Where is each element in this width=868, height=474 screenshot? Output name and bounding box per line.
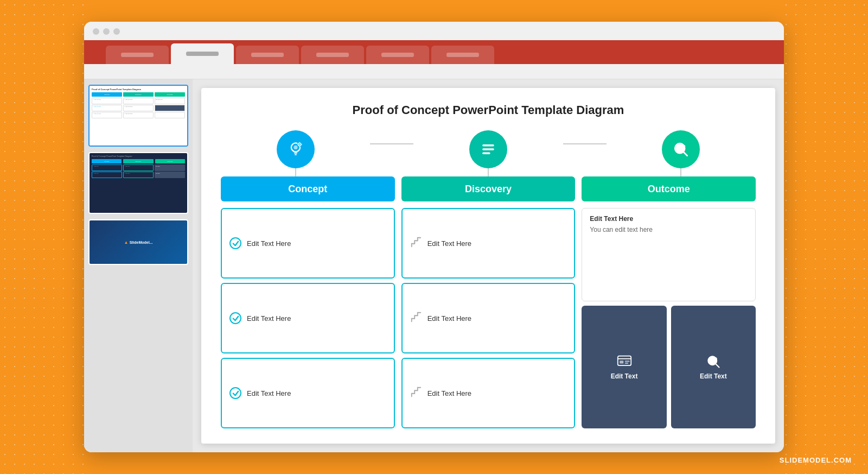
concept-item-1[interactable]: Edit Text Here [221, 208, 395, 279]
slide-thumb-2[interactable]: Proof of Concept PowerPoint Template Dia… [88, 152, 188, 214]
stairs-icon-1 [410, 236, 422, 250]
browser-chrome [84, 22, 784, 40]
svg-rect-18 [620, 361, 623, 363]
slide-canvas: Proof of Concept PowerPoint Template Dia… [193, 79, 784, 452]
discovery-col: Edit Text Here Edit Text Here [401, 208, 576, 428]
check-icon-2 [229, 312, 241, 324]
check-icon-1 [229, 237, 241, 249]
concept-v-line [295, 168, 296, 176]
content-rows: Edit Text Here Edit Text Here [221, 208, 756, 428]
svg-line-22 [715, 364, 719, 368]
ppt-tab-5[interactable] [366, 46, 429, 64]
svg-rect-11 [482, 152, 490, 154]
concept-col: Edit Text Here Edit Text Here [221, 208, 395, 428]
ppt-tab-4[interactable] [301, 46, 364, 64]
ppt-tab-3[interactable] [236, 46, 299, 64]
slidemodel-logo-thumb: ▲ SlideModel... [124, 240, 153, 245]
ppt-tab-6[interactable] [431, 46, 494, 64]
slide-thumb-3[interactable]: ▲ SlideModel... [88, 219, 188, 265]
discovery-header: Discovery [401, 176, 576, 201]
svg-rect-9 [482, 144, 494, 147]
svg-point-4 [299, 144, 300, 145]
slide-panel: Proof of Concept PowerPoint Template Dia… [84, 79, 193, 452]
dot-red [93, 28, 99, 35]
svg-rect-10 [482, 148, 494, 150]
outcome-v-line [680, 168, 681, 176]
outcome-header: Outcome [582, 176, 756, 201]
ppt-ribbon [84, 64, 784, 79]
ppt-tab-1[interactable] [106, 46, 169, 64]
concept-icon-circle [277, 130, 315, 168]
discovery-item-1[interactable]: Edit Text Here [401, 208, 576, 279]
concept-item-3[interactable]: Edit Text Here [221, 358, 395, 428]
browser-window: Proof of Concept PowerPoint Template Dia… [84, 22, 784, 452]
outcome-dark-cell-2[interactable]: Edit Text [671, 306, 756, 428]
svg-point-15 [682, 145, 685, 148]
outcome-col: Edit Text Here You can edit text here [582, 208, 756, 428]
branding-text: SLIDEMODEL.COM [780, 456, 852, 464]
ppt-tab-2[interactable] [171, 43, 234, 64]
svg-point-24 [714, 358, 717, 360]
stairs-icon-2 [410, 311, 422, 325]
slide-title: Proof of Concept PowerPoint Template Dia… [221, 103, 756, 117]
svg-rect-20 [624, 363, 628, 364]
discovery-item-2[interactable]: Edit Text Here [401, 283, 576, 353]
outcome-dark-cell-1[interactable]: Edit Text [582, 306, 666, 428]
diagram-container: Concept Discovery Outcome [221, 130, 756, 428]
discovery-item-3[interactable]: Edit Text Here [401, 358, 576, 428]
outcome-icon-circle [662, 130, 700, 168]
check-icon-3 [229, 387, 241, 399]
concept-header: Concept [221, 176, 395, 201]
discovery-v-line [488, 168, 489, 176]
h-line-2 [563, 143, 607, 144]
outcome-bottom-row: Edit Text Edit Text [582, 306, 756, 428]
svg-point-1 [293, 146, 297, 149]
decorative-dots-right [781, 0, 868, 474]
ppt-tabbar [84, 40, 784, 64]
dot-yellow [103, 28, 110, 35]
svg-line-13 [684, 152, 687, 156]
stairs-icon-3 [410, 386, 422, 400]
browser-dots [93, 28, 775, 35]
slide-content: Proof of Concept PowerPoint Template Dia… [201, 88, 775, 444]
main-area: Proof of Concept PowerPoint Template Dia… [84, 79, 784, 452]
columns-header-row: Concept Discovery Outcome [221, 176, 756, 201]
concept-item-2[interactable]: Edit Text Here [221, 283, 395, 353]
h-line-1 [370, 143, 413, 144]
slide-thumb-1[interactable]: Proof of Concept PowerPoint Template Dia… [88, 85, 188, 147]
svg-rect-19 [624, 361, 629, 362]
outcome-top-cell[interactable]: Edit Text Here You can edit text here [582, 208, 756, 301]
discovery-icon-circle [469, 130, 507, 168]
decorative-dots-left [0, 0, 87, 474]
dot-green [113, 28, 120, 35]
